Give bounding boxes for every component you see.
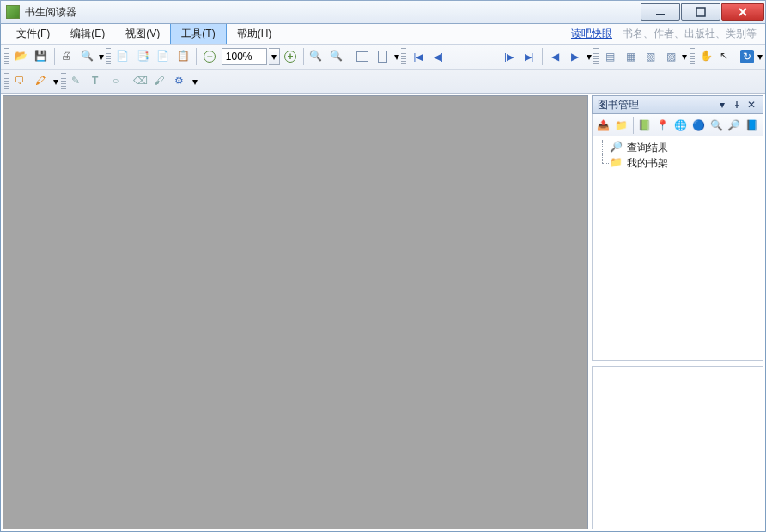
toolbar-dropdown-7[interactable]: ▾ [192,76,198,88]
open-button[interactable]: 📂 [12,47,30,66]
panel-title: 图书管理 [598,98,639,112]
prev-file-button[interactable]: ◀| [429,47,447,66]
copy-button[interactable]: 📋 [174,47,192,66]
document-area [3,95,588,529]
grip-icon[interactable] [61,73,66,90]
grip-icon[interactable] [106,48,112,65]
menu-tools[interactable]: 工具(T) [170,24,226,44]
next-file-button[interactable]: |▶ [500,47,518,66]
zoomin-tool-button[interactable]: 🔍 [307,47,325,66]
fit-width-button[interactable] [354,47,372,66]
shape-button[interactable]: ○ [110,72,129,91]
find-button[interactable]: 🔍 [708,117,725,134]
zoom-out-button[interactable]: − [200,47,218,66]
layout-contfacing-button[interactable]: ▨ [662,47,680,66]
grip-icon[interactable] [4,73,9,90]
menu-view[interactable]: 视图(V) [115,24,170,44]
search-hint[interactable]: 书名、作者、出版社、类别等 [623,24,760,44]
folder-button[interactable]: 📁 [613,117,629,134]
toolbar-main: 📂 💾 🖨 🔍 ▾ 📄 📑 📄 📋 − 100% ▾ + 🔍 🔍 ▾ | [1,45,765,69]
tree-label: 我的书架 [627,156,668,171]
layout-facing-button[interactable]: ▧ [641,47,660,66]
panel-close-button[interactable]: ✕ [745,99,757,111]
first-page-button[interactable]: |◀ [409,47,427,66]
grip-icon[interactable] [4,48,9,65]
menu-help[interactable]: 帮助(H) [227,24,283,44]
eraser-button[interactable]: ⌫ [131,72,149,91]
tree-label: 查询结果 [627,141,668,155]
locate-button[interactable]: 📍 [654,117,671,134]
menu-file[interactable]: 文件(F) [6,24,60,44]
close-button[interactable] [721,3,764,21]
book-button[interactable]: 📗 [637,117,654,134]
tree-item-search-results[interactable]: 🔎 查询结果 [594,140,761,155]
refresh-button[interactable]: ↻ [738,47,756,66]
print-button[interactable]: 🖨 [58,47,76,66]
toolbar-annotation: 🗨 🖍 ▾ ✎ T ○ ⌫ 🖌 ⚙ ▾ [1,69,765,93]
pointer-tool-button[interactable]: ↖ [717,47,735,66]
hand-tool-button[interactable]: ✋ [697,47,715,66]
toolbar-dropdown-6[interactable]: ▾ [52,76,59,88]
grip-icon[interactable] [593,48,599,65]
svg-rect-1 [696,8,705,16]
doc-search-icon: 🔎 [610,141,623,154]
preview-pane [592,366,763,529]
fit-page-button[interactable] [374,47,392,66]
panel-header: 图书管理 ▾ ✕ [592,95,763,114]
layout-single-button[interactable]: ▤ [601,47,619,66]
settings-button[interactable]: ⚙ [172,72,191,91]
minimize-button[interactable] [641,3,680,21]
export-button[interactable]: 📤 [595,117,611,134]
toolbar-dropdown-4[interactable]: ▾ [681,51,688,63]
web-button[interactable]: 🌐 [672,117,689,134]
highlight-button[interactable]: 🖍 [33,72,52,91]
toolbar-dropdown-2[interactable]: ▾ [393,51,400,63]
app-icon [6,5,20,19]
grip-icon[interactable] [690,48,695,65]
zoomout-tool-button[interactable]: 🔍 [327,47,345,66]
svg-rect-0 [656,14,665,15]
new-page-button[interactable]: 📄 [113,47,131,66]
find-doc-button[interactable]: 🔎 [726,117,742,134]
menubar: 文件(F) 编辑(E) 视图(V) 工具(T) 帮助(H) 读吧快眼 书名、作者… [1,24,765,45]
toolbar-dropdown-5[interactable]: ▾ [757,51,763,63]
next-page-button[interactable]: ▶ [566,47,584,66]
zoom-in-button[interactable]: + [281,47,299,66]
window-title: 书生阅读器 [25,5,641,20]
pen-button[interactable]: ✎ [69,72,88,91]
grip-icon[interactable] [401,48,406,65]
maximize-button[interactable] [681,3,720,21]
last-page-button[interactable]: ▶| [520,47,538,66]
link-duba[interactable]: 读吧快眼 [571,24,612,44]
panel-toolbar: 📤 📁 📗 📍 🌐 🔵 🔍 🔎 📘 [592,114,763,136]
page2-button[interactable]: 📄 [154,47,172,66]
search-button[interactable]: 🔍 [78,47,96,66]
panel-dropdown-button[interactable]: ▾ [716,99,728,111]
zoom-dropdown[interactable]: ▾ [269,48,281,65]
toolbar-dropdown-3[interactable]: ▾ [586,51,593,63]
note-button[interactable]: 🗨 [12,72,31,91]
library-tree[interactable]: 🔎 查询结果 📁 我的书架 [592,136,763,361]
tree-item-my-shelf[interactable]: 📁 我的书架 [594,155,761,171]
text-button[interactable]: T [89,72,108,91]
pages-button[interactable]: 📑 [134,47,152,66]
brush-button[interactable]: 🖌 [151,72,170,91]
find-book-button[interactable]: 📘 [744,117,760,134]
folder-icon: 📁 [610,156,623,170]
panel-pin-button[interactable] [731,99,743,111]
titlebar: 书生阅读器 [0,0,766,24]
menu-edit[interactable]: 编辑(E) [60,24,115,44]
layout-cont-button[interactable]: ▦ [622,47,640,66]
prev-page-button[interactable]: ◀ [546,47,564,66]
toolbar-dropdown-1[interactable]: ▾ [98,51,105,63]
save-button[interactable]: 💾 [32,47,50,66]
globe-button[interactable]: 🔵 [690,117,707,134]
zoom-input[interactable]: 100% [222,48,267,65]
